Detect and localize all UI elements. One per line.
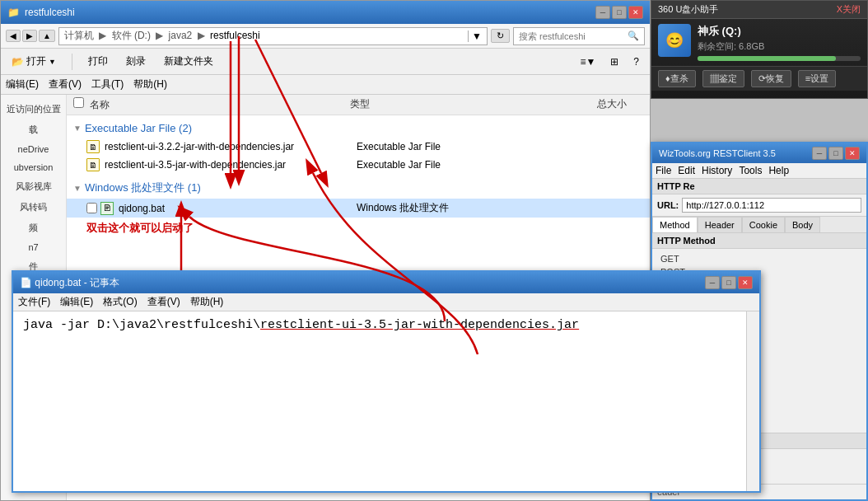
menu-bar: 编辑(E) 查看(V) 工具(T) 帮助(H) bbox=[1, 75, 650, 95]
rest-menu-file[interactable]: File bbox=[656, 165, 671, 176]
group-triangle-jar: ▼ bbox=[73, 124, 82, 133]
sidebar-item-decode[interactable]: 风转码 bbox=[4, 199, 63, 215]
rest-menu-edit[interactable]: Edit bbox=[678, 165, 695, 176]
notepad-minimize[interactable]: ─ bbox=[705, 276, 720, 289]
help-button[interactable]: ? bbox=[628, 54, 645, 70]
rest-menu-tools[interactable]: Tools bbox=[739, 165, 762, 176]
notepad-scrollbar[interactable] bbox=[746, 311, 759, 491]
rest-minimize[interactable]: ─ bbox=[812, 147, 827, 160]
rest-maximize[interactable]: □ bbox=[828, 147, 843, 160]
rest-menu: File Edit History Tools Help bbox=[652, 163, 866, 179]
menu-view[interactable]: 查看(V) bbox=[49, 77, 82, 91]
address-bar: ◀ ▶ ▲ 计算机 ▶ 软件 (D:) ▶ java2 ▶ restfulces… bbox=[1, 24, 650, 49]
widget-drive-space: 剩余空间: 6.8GB bbox=[698, 40, 861, 53]
menu-edit[interactable]: 编辑(E) bbox=[6, 77, 39, 91]
file-type-bat: Windows 批处理文件 bbox=[357, 201, 537, 215]
rest-method-get[interactable]: GET bbox=[657, 252, 861, 265]
rest-close[interactable]: ✕ bbox=[845, 147, 860, 160]
widget-360-close[interactable]: X关闭 bbox=[837, 3, 861, 16]
file-row-bat[interactable]: 🖹 qidong.bat Windows 批处理文件 bbox=[67, 199, 650, 218]
burn-label: 刻录 bbox=[126, 54, 146, 68]
rest-tab-header[interactable]: Header bbox=[698, 217, 742, 232]
address-path[interactable]: 计算机 ▶ 软件 (D:) ▶ java2 ▶ restfulceshi ▼ bbox=[58, 27, 488, 45]
forward-button[interactable]: ▶ bbox=[22, 30, 37, 42]
sidebar-item-onedrive[interactable]: neDrive bbox=[4, 143, 63, 156]
notepad-close[interactable]: ✕ bbox=[738, 276, 753, 289]
back-button[interactable]: ◀ bbox=[6, 30, 21, 42]
notepad-maximize[interactable]: □ bbox=[721, 276, 736, 289]
notepad-content[interactable]: java -jar D:\java2\restfulceshi\restclie… bbox=[13, 311, 759, 491]
notepad-title-label: qidong.bat - 记事本 bbox=[35, 277, 119, 288]
search-box[interactable]: 🔍 bbox=[513, 27, 645, 45]
header-checkbox: 名称 bbox=[73, 97, 350, 112]
file-explorer-toolbar: 📂 打开 ▼ 打印 刻录 新建文件夹 ≡▼ ⊞ ? bbox=[1, 49, 650, 75]
notepad-menu-view[interactable]: 查看(V) bbox=[147, 295, 180, 309]
rest-url-bar: URL: bbox=[652, 194, 866, 217]
sidebar-item-gallery[interactable]: 风影视库 bbox=[4, 179, 63, 194]
rest-tab-cookie[interactable]: Cookie bbox=[742, 217, 785, 232]
sidebar-item-download[interactable]: 载 bbox=[4, 122, 63, 138]
print-button[interactable]: 打印 bbox=[82, 52, 114, 71]
rest-url-label: URL: bbox=[657, 200, 679, 210]
header-name: 名称 bbox=[90, 99, 110, 110]
notepad-menu-edit[interactable]: 编辑(E) bbox=[60, 295, 93, 309]
widget-avatar: 😊 bbox=[658, 24, 691, 57]
notepad-menu-format[interactable]: 格式(O) bbox=[103, 295, 137, 309]
file-row-jar1[interactable]: 🗎 restclient-ui-3.2.2-jar-with-dependenc… bbox=[67, 138, 650, 156]
notepad-icon: 📄 bbox=[20, 277, 32, 288]
group-bat: ▼ Windows 批处理文件 (1) bbox=[67, 177, 650, 199]
menu-help[interactable]: 帮助(H) bbox=[133, 77, 167, 91]
open-button[interactable]: 📂 打开 ▼ bbox=[6, 52, 62, 71]
bat-checkbox[interactable] bbox=[86, 203, 97, 213]
file-explorer-title: restfulceshi bbox=[25, 7, 75, 18]
sidebar-item-subversion[interactable]: ubversion bbox=[4, 161, 63, 174]
rest-tab-body[interactable]: Body bbox=[785, 217, 820, 232]
new-folder-button[interactable]: 新建文件夹 bbox=[158, 52, 219, 71]
widget-settings-button[interactable]: ≡设置 bbox=[798, 70, 836, 87]
maximize-button[interactable]: □ bbox=[612, 6, 627, 19]
sidebar-item-n7[interactable]: n7 bbox=[4, 241, 63, 254]
search-input[interactable] bbox=[519, 31, 624, 41]
widget-scan-button[interactable]: ♦查杀 bbox=[658, 70, 696, 87]
refresh-button[interactable]: ↻ bbox=[491, 29, 510, 43]
sidebar-item-recent[interactable]: 近访问的位置 bbox=[4, 101, 63, 117]
group-label-jar: Executable Jar File (2) bbox=[85, 122, 192, 134]
path-dropdown-arrow[interactable]: ▼ bbox=[468, 30, 482, 42]
view-toggle-button[interactable]: ≡▼ bbox=[574, 54, 601, 70]
file-name-jar1: restclient-ui-3.2.2-jar-with-dependencie… bbox=[105, 141, 357, 152]
rest-url-input[interactable] bbox=[682, 198, 861, 213]
menu-tools[interactable]: 工具(T) bbox=[91, 77, 124, 91]
rest-client-title-bar: WizTools.org RESTClient 3.5 ─ □ ✕ bbox=[652, 143, 866, 163]
print-label: 打印 bbox=[88, 54, 108, 68]
new-folder-label: 新建文件夹 bbox=[164, 54, 213, 68]
file-row-jar2[interactable]: 🗎 restclient-ui-3.5-jar-with-dependencie… bbox=[67, 156, 650, 174]
widget-actions: ♦查杀 ▦鉴定 ⟳恢复 ≡设置 bbox=[651, 66, 867, 91]
widget-recover-button[interactable]: ⟳恢复 bbox=[751, 70, 791, 87]
header-type: 类型 bbox=[350, 97, 534, 112]
select-all-checkbox[interactable] bbox=[73, 97, 84, 108]
burn-button[interactable]: 刻录 bbox=[120, 52, 152, 71]
rest-tab-method[interactable]: Method bbox=[652, 217, 698, 232]
rest-section-text: HTTP Re bbox=[657, 181, 695, 191]
up-button[interactable]: ▲ bbox=[39, 30, 55, 42]
rest-menu-history[interactable]: History bbox=[702, 165, 732, 176]
title-bar-left: 📁 restfulceshi bbox=[7, 7, 75, 18]
close-button[interactable]: ✕ bbox=[628, 6, 643, 19]
bat-icon: 🖹 bbox=[100, 202, 114, 215]
sidebar-item-freq[interactable]: 频 bbox=[4, 220, 63, 236]
file-name-col-jar1: 🗎 restclient-ui-3.2.2-jar-with-dependenc… bbox=[86, 140, 357, 153]
group-jar: ▼ Executable Jar File (2) bbox=[67, 119, 650, 138]
rest-menu-help[interactable]: Help bbox=[768, 165, 789, 176]
view-grid-button[interactable]: ⊞ bbox=[604, 54, 624, 70]
notepad-title-bar: 📄 qidong.bat - 记事本 ─ □ ✕ bbox=[13, 272, 759, 293]
widget-bar-bg bbox=[698, 56, 861, 61]
notepad-menu-file[interactable]: 文件(F) bbox=[18, 295, 50, 309]
notepad-menu-help[interactable]: 帮助(H) bbox=[190, 295, 224, 309]
file-name-bat: qidong.bat bbox=[119, 203, 357, 214]
minimize-button[interactable]: ─ bbox=[595, 6, 610, 19]
widget-360: 360 U盘小助手 X关闭 😊 神乐 (Q:) 剩余空间: 6.8GB ♦查杀 … bbox=[651, 0, 868, 99]
jar-icon-2: 🗎 bbox=[86, 158, 100, 171]
widget-appraise-button[interactable]: ▦鉴定 bbox=[702, 70, 744, 87]
file-list-header: 名称 类型 总大小 bbox=[67, 95, 650, 115]
widget-360-title: 360 U盘小助手 X关闭 bbox=[651, 1, 867, 19]
